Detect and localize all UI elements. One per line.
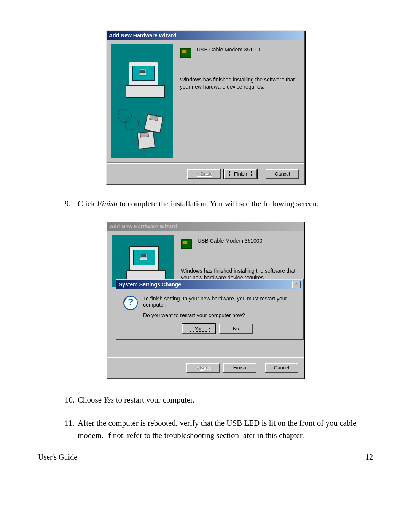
wizard-message: Windows has finished installing the soft… — [180, 76, 299, 91]
device-name: USB Cable Modem 351000 — [198, 238, 262, 244]
close-icon[interactable]: × — [292, 281, 301, 288]
wizard-sidebar-image — [111, 44, 173, 158]
step-9: Click Finish to complete the installatio… — [65, 198, 373, 210]
step-11: After the computer is rebooted, verify t… — [65, 417, 373, 441]
page-footer: User's Guide 12 — [38, 453, 373, 462]
back-button: < Back — [186, 363, 220, 373]
instruction-list-2: Choose Yes to restart your computer. Aft… — [38, 394, 373, 442]
yes-button[interactable]: Yes — [182, 324, 215, 334]
no-button[interactable]: No — [219, 324, 253, 334]
finish-button[interactable]: Finish — [223, 363, 256, 373]
device-name: USB Cable Modem 351000 — [197, 46, 261, 53]
instruction-list: Click Finish to complete the installatio… — [38, 198, 373, 210]
question-icon: ? — [123, 296, 138, 310]
cancel-button[interactable]: Cancel — [266, 169, 299, 179]
ssc-line1: To finish setting up your new hardware, … — [143, 296, 296, 308]
footer-page-number: 12 — [365, 453, 373, 462]
system-settings-change-dialog: System Settings Change × ? To finish set… — [116, 279, 304, 340]
titlebar-text: Add New Hardware Wizard — [109, 32, 176, 38]
footer-left: User's Guide — [38, 453, 77, 462]
device-icon — [181, 238, 193, 250]
titlebar[interactable]: System Settings Change × — [116, 280, 303, 289]
step-10: Choose Yes to restart your computer. — [65, 394, 373, 406]
titlebar[interactable]: Add New Hardware Wizard — [107, 31, 304, 40]
cancel-button[interactable]: Cancel — [265, 363, 298, 373]
back-button: < Back — [187, 169, 221, 179]
ssc-line2: Do you want to restart your computer now… — [143, 312, 296, 318]
titlebar-text: Add New Hardware Wizard — [110, 224, 177, 230]
device-icon — [180, 46, 192, 59]
finish-button[interactable]: Finish — [224, 169, 257, 179]
hardware-wizard-1: Add New Hardware Wizard USB Cable Modem … — [106, 30, 305, 185]
titlebar-text: System Settings Change — [119, 281, 181, 288]
titlebar[interactable]: Add New Hardware Wizard — [107, 222, 304, 231]
